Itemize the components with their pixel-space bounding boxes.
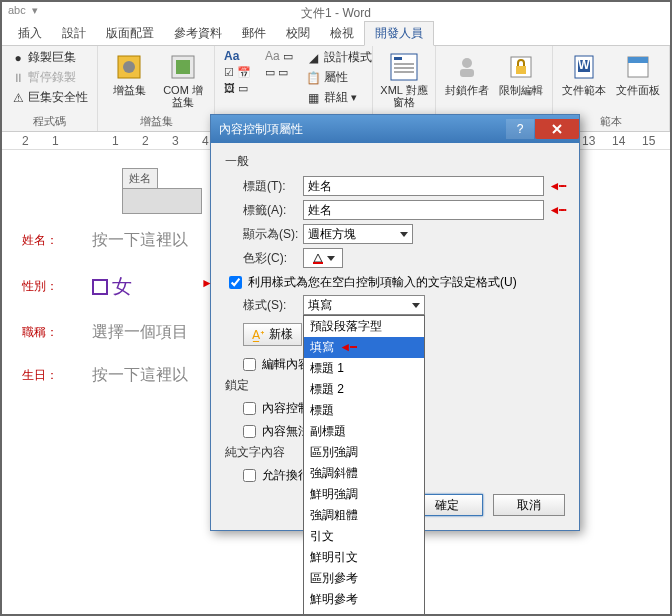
row-style: 樣式(S): 填寫 預設段落字型填寫 ◄·····標題 1標題 2標題副標題區別… <box>243 295 565 315</box>
chevron-down-icon <box>412 303 420 308</box>
doc-template-button[interactable]: W文件範本 <box>559 48 609 96</box>
svg-point-1 <box>123 61 135 73</box>
tab-developer[interactable]: 開發人員 <box>364 21 434 46</box>
svg-point-9 <box>462 58 472 68</box>
design-mode-button[interactable]: ◢設計模式 <box>304 48 375 67</box>
qat-dropdown-icon[interactable]: ▾ <box>32 4 38 17</box>
help-button[interactable]: ? <box>506 119 534 139</box>
style-option[interactable]: 鮮明引文 <box>304 547 424 568</box>
title-bar: abc ▾ 文件1 - Word <box>2 2 670 24</box>
use-style-checkbox[interactable] <box>229 276 242 289</box>
arrow-icon: ◄····· <box>548 179 565 193</box>
style-option[interactable]: 區別參考 <box>304 568 424 589</box>
properties-button[interactable]: 📋屬性 <box>304 68 375 87</box>
arrow-icon: ► <box>201 276 213 290</box>
style-option[interactable]: 鮮明強調 <box>304 484 424 505</box>
group-button[interactable]: ▦群組▾ <box>304 88 375 107</box>
new-style-button[interactable]: A̲ᐩ 新樣 <box>243 323 302 346</box>
com-addins-button[interactable]: COM 增益集 <box>158 48 208 108</box>
style-option[interactable]: 預設段落字型 <box>304 316 424 337</box>
tab-mailings[interactable]: 郵件 <box>232 22 276 45</box>
svg-rect-10 <box>460 69 474 77</box>
xml-mapping-button[interactable]: XML 對應窗格 <box>379 48 429 108</box>
remove-on-edit-checkbox[interactable] <box>243 358 256 371</box>
row-show-as: 顯示為(S): 週框方塊 <box>243 224 565 244</box>
show-as-combo[interactable]: 週框方塊 <box>303 224 413 244</box>
style-option[interactable]: 標題 2 <box>304 379 424 400</box>
tab-layout[interactable]: 版面配置 <box>96 22 164 45</box>
color-button[interactable] <box>303 248 343 268</box>
style-combo[interactable]: 填寫 <box>303 295 425 315</box>
style-option[interactable]: 強調粗體 <box>304 505 424 526</box>
style-option[interactable]: 區別強調 <box>304 442 424 463</box>
block-authors-button[interactable]: 封鎖作者 <box>442 48 492 96</box>
window-title: 文件1 - Word <box>301 5 371 22</box>
cancel-button[interactable]: 取消 <box>493 494 565 516</box>
ribbon-tabs: 插入 設計 版面配置 參考資料 郵件 校閱 檢視 開發人員 <box>2 24 670 46</box>
checkbox-icon[interactable] <box>92 279 108 295</box>
svg-rect-8 <box>394 71 414 73</box>
svg-rect-17 <box>628 57 648 63</box>
style-option[interactable]: 引文 <box>304 526 424 547</box>
tab-view[interactable]: 檢視 <box>320 22 364 45</box>
quick-access-toolbar: abc ▾ <box>8 4 38 17</box>
svg-rect-18 <box>313 262 323 264</box>
tab-review[interactable]: 校閱 <box>276 22 320 45</box>
pause-record-button[interactable]: ⏸暫停錄製 <box>8 68 91 87</box>
style-option[interactable]: 書名 <box>304 610 424 616</box>
svg-rect-3 <box>176 60 190 74</box>
doc-panel-button[interactable]: 文件面板 <box>613 48 663 96</box>
close-button[interactable] <box>535 119 579 139</box>
arrow-icon: ◄····· <box>548 203 565 217</box>
style-option[interactable]: 鮮明參考 <box>304 589 424 610</box>
svg-text:W: W <box>578 58 590 72</box>
control-rt[interactable]: Aa <box>221 48 254 64</box>
style-option[interactable]: 標題 1 <box>304 358 424 379</box>
dialog-titlebar[interactable]: 內容控制項屬性 ? <box>211 115 579 143</box>
style-option[interactable]: 副標題 <box>304 421 424 442</box>
addins-button[interactable]: 增益集 <box>104 48 154 96</box>
tab-references[interactable]: 參考資料 <box>164 22 232 45</box>
chevron-down-icon <box>400 232 408 237</box>
restrict-editing-button[interactable]: 限制編輯 <box>496 48 546 96</box>
sparkle-icon: A̲ᐩ <box>252 328 265 342</box>
arrow-icon: ◄····· <box>338 340 356 354</box>
dialog-title: 內容控制項屬性 <box>219 121 303 138</box>
group-addins: 增益集 COM 增益集 增益集 <box>98 46 215 131</box>
style-option[interactable]: 強調斜體 <box>304 463 424 484</box>
row-title: 標題(T): ◄····· <box>243 176 565 196</box>
content-control-box[interactable] <box>122 188 202 214</box>
use-style-checkbox-row: ► 利用樣式為您在空白控制項輸入的文字設定格式(U) <box>229 274 565 291</box>
qat-item[interactable]: abc <box>8 4 26 17</box>
record-macro-button[interactable]: ●錄製巨集 <box>8 48 91 67</box>
control-cb[interactable]: ☑ 📅 <box>221 65 254 80</box>
tag-input[interactable] <box>303 200 544 220</box>
control-dd[interactable]: ▭ ▭ <box>262 65 296 80</box>
tab-insert[interactable]: 插入 <box>8 22 52 45</box>
row-color: 色彩(C): <box>243 248 565 268</box>
content-control-tag[interactable]: 姓名 <box>122 168 158 189</box>
style-dropdown-list: 預設段落字型填寫 ◄·····標題 1標題 2標題副標題區別強調強調斜體鮮明強調… <box>303 315 425 615</box>
control-pt[interactable]: Aa ▭ <box>262 48 296 64</box>
tab-design[interactable]: 設計 <box>52 22 96 45</box>
macro-security-button[interactable]: ⚠巨集安全性 <box>8 88 91 107</box>
svg-rect-6 <box>394 63 414 65</box>
allow-cr-checkbox[interactable] <box>243 469 256 482</box>
style-option[interactable]: 填寫 ◄····· <box>304 337 424 358</box>
svg-rect-7 <box>394 67 414 69</box>
title-input[interactable] <box>303 176 544 196</box>
group-code: ●錄製巨集 ⏸暫停錄製 ⚠巨集安全性 程式碼 <box>2 46 98 131</box>
section-general: 一般 <box>225 153 565 170</box>
row-tag: 標籤(A): ◄····· <box>243 200 565 220</box>
content-control-properties-dialog: 內容控制項屬性 ? 一般 標題(T): ◄····· 標籤(A): ◄·····… <box>210 114 580 531</box>
svg-rect-5 <box>394 57 402 60</box>
style-option[interactable]: 標題 <box>304 400 424 421</box>
control-pic[interactable]: 🖼 ▭ <box>221 81 254 96</box>
lock-delete-checkbox[interactable] <box>243 402 256 415</box>
chevron-down-icon <box>327 256 335 261</box>
svg-rect-12 <box>516 66 526 74</box>
lock-edit-checkbox[interactable] <box>243 425 256 438</box>
